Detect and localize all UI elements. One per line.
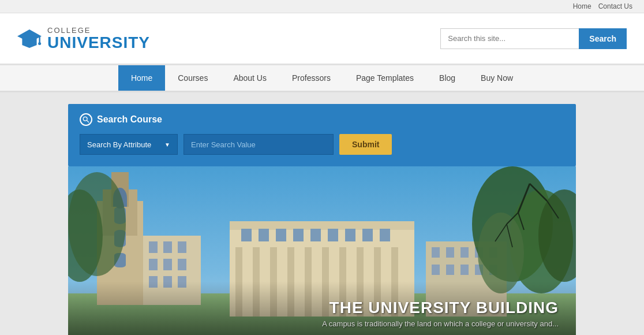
nav-item-blog[interactable]: Blog [426, 65, 468, 91]
hero-overlay: THE UNIVERSITY BUILDING A campus is trad… [68, 281, 576, 335]
search-course-icon [80, 113, 92, 126]
svg-rect-55 [460, 265, 469, 275]
nav-item-professors[interactable]: Professors [279, 65, 343, 91]
nav-item-home[interactable]: Home [118, 65, 165, 91]
svg-rect-53 [432, 265, 440, 275]
svg-rect-44 [345, 229, 355, 241]
svg-rect-17 [149, 241, 158, 253]
search-controls: Search By Attribute ▼ Submit [80, 134, 564, 155]
header: COLLEGE UNIVERSITY Search [0, 13, 644, 65]
nav-item-about[interactable]: About Us [220, 65, 279, 91]
header-search-input[interactable] [440, 28, 579, 49]
svg-rect-20 [149, 259, 158, 270]
svg-rect-45 [362, 229, 373, 241]
svg-rect-50 [460, 247, 469, 258]
search-course-box: Search Course Search By Attribute ▼ Subm… [68, 104, 576, 166]
svg-rect-40 [276, 229, 286, 241]
svg-rect-46 [380, 229, 390, 241]
top-home-link[interactable]: Home [573, 2, 591, 10]
logo: COLLEGE UNIVERSITY [17, 26, 150, 51]
logo-university-text: UNIVERSITY [47, 35, 150, 51]
svg-point-4 [83, 117, 87, 121]
search-value-input[interactable] [184, 134, 334, 155]
svg-rect-42 [310, 229, 321, 241]
main-nav: Home Courses About Us Professors Page Te… [0, 65, 644, 92]
header-search-button[interactable]: Search [579, 28, 627, 49]
svg-line-5 [87, 120, 89, 122]
nav-item-buy-now[interactable]: Buy Now [468, 65, 526, 91]
top-contact-link[interactable]: Contact Us [598, 2, 632, 10]
svg-point-63 [68, 172, 126, 276]
header-search: Search [440, 28, 627, 49]
svg-rect-19 [178, 241, 186, 253]
svg-marker-0 [17, 29, 42, 42]
svg-rect-37 [230, 221, 414, 230]
svg-rect-41 [293, 229, 304, 241]
svg-rect-54 [446, 265, 454, 275]
hero-subtitle: A campus is traditionally the land on wh… [85, 319, 559, 328]
search-course-title: Search Course [80, 113, 564, 126]
main-content: Search Course Search By Attribute ▼ Subm… [0, 92, 644, 335]
svg-rect-21 [163, 259, 172, 270]
svg-rect-43 [328, 229, 338, 241]
svg-rect-38 [241, 229, 252, 241]
graduation-cap-icon [17, 28, 42, 49]
svg-rect-22 [178, 259, 186, 270]
submit-button[interactable]: Submit [339, 134, 392, 155]
attribute-dropdown[interactable]: Search By Attribute ▼ [80, 134, 178, 155]
svg-rect-48 [432, 247, 440, 258]
top-bar: Home Contact Us [0, 0, 644, 13]
nav-item-page-templates[interactable]: Page Templates [343, 65, 426, 91]
svg-rect-18 [163, 241, 172, 253]
dropdown-arrow-icon: ▼ [164, 142, 170, 148]
hero-title: THE UNIVERSITY BUILDING [85, 299, 559, 317]
svg-point-3 [38, 42, 41, 44]
content-wrapper: Search Course Search By Attribute ▼ Subm… [68, 104, 576, 335]
nav-item-courses[interactable]: Courses [165, 65, 220, 91]
svg-rect-39 [259, 229, 269, 241]
hero-area: THE UNIVERSITY BUILDING A campus is trad… [68, 166, 576, 335]
logo-text: COLLEGE UNIVERSITY [47, 26, 150, 51]
svg-rect-49 [446, 247, 454, 258]
